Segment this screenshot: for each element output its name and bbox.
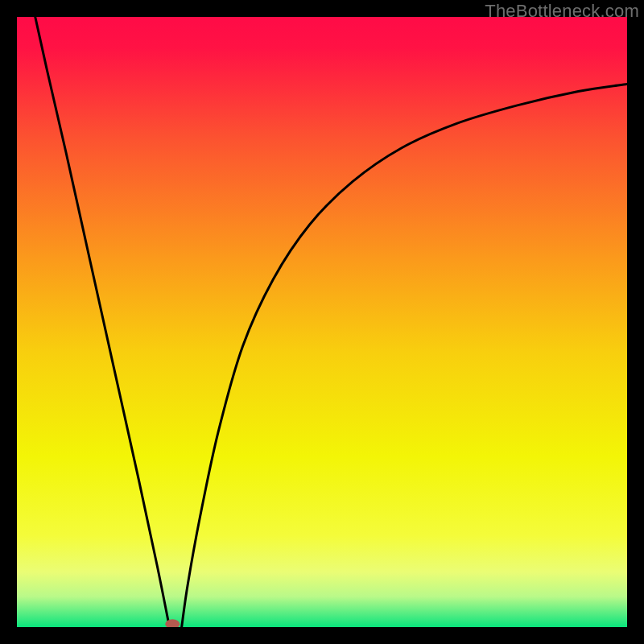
chart-frame xyxy=(17,17,627,627)
watermark-text: TheBottleneck.com xyxy=(485,1,639,22)
bottleneck-chart xyxy=(17,17,627,627)
gradient-background xyxy=(17,17,627,627)
